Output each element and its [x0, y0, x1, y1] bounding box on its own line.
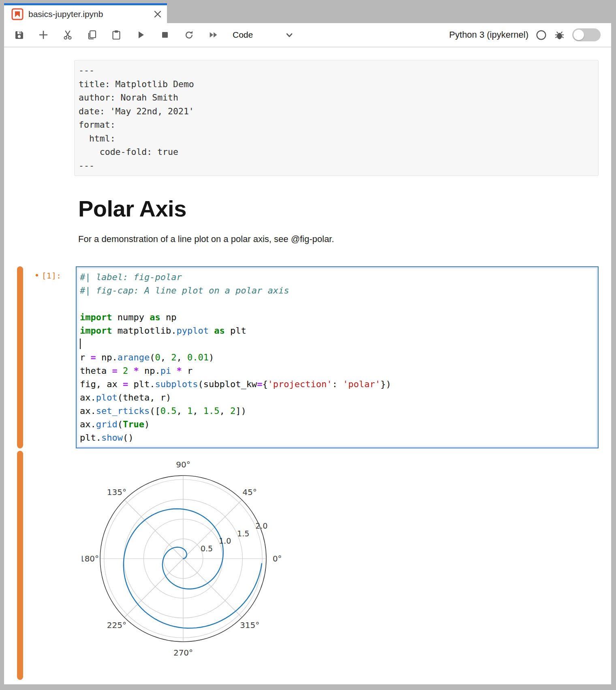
token-txt: () — [123, 433, 134, 443]
code-line — [80, 297, 598, 311]
token-txt: ( — [118, 419, 123, 429]
yaml-line: code-fold: true — [79, 145, 593, 159]
token-txt: }) — [381, 379, 391, 389]
execution-prompt: •[1]: — [4, 270, 61, 281]
token-kw: True — [123, 419, 144, 429]
svg-text:1.5: 1.5 — [237, 529, 249, 538]
yaml-line: title: Matplotlib Demo — [79, 77, 593, 91]
token-str: 'polar' — [343, 379, 381, 389]
token-txt: { — [262, 379, 267, 389]
token-txt: ax. — [80, 419, 96, 429]
cell-type-dropdown[interactable]: Code — [233, 30, 253, 40]
svg-text:0°: 0° — [273, 554, 282, 564]
token-txt: theta — [80, 366, 112, 376]
yaml-line: html: — [79, 132, 593, 146]
modified-dot: • — [34, 270, 40, 281]
svg-text:225°: 225° — [107, 620, 126, 630]
code-line: theta = 2 * np.pi * r — [80, 364, 598, 377]
code-editor[interactable]: #| label: fig-polar#| fig-cap: A line pl… — [76, 266, 599, 448]
token-op: = — [112, 366, 117, 376]
kernel-name[interactable]: Python 3 (ipykernel) — [449, 30, 528, 40]
token-txt — [209, 326, 214, 336]
token-cursor — [80, 339, 81, 349]
code-line — [80, 337, 598, 351]
chevron-down-icon[interactable] — [284, 30, 295, 40]
code-line: import numpy as np — [80, 311, 598, 324]
token-txt: , — [219, 406, 230, 416]
token-kw: import — [80, 326, 112, 336]
token-txt: plt. — [80, 433, 101, 443]
add-cell-button[interactable] — [38, 30, 49, 40]
svg-text:0.5: 0.5 — [201, 544, 213, 553]
token-txt — [171, 366, 176, 376]
svg-text:90°: 90° — [176, 460, 190, 469]
token-txt: ax. — [80, 392, 96, 403]
svg-text:180°: 180° — [82, 554, 99, 564]
token-txt: (theta, r) — [118, 392, 171, 403]
token-txt: np — [160, 312, 177, 322]
code-line: plt.show() — [80, 431, 598, 444]
output-row: 0°45°90°135°180°225°270°315°0.51.01.52.0 — [4, 451, 611, 680]
token-num: 2 — [171, 352, 176, 362]
token-op: * — [176, 366, 182, 376]
token-txt: ([ — [150, 406, 160, 416]
restart-kernel-button[interactable] — [184, 30, 195, 40]
execution-count: [1]: — [42, 271, 61, 281]
svg-text:2.0: 2.0 — [255, 521, 267, 530]
token-txt: ( — [150, 352, 155, 362]
debugger-bug-icon[interactable] — [554, 30, 565, 41]
paste-cells-button[interactable] — [111, 30, 122, 40]
notebook-toolbar: Code Python 3 (ipykernel) — [4, 23, 611, 47]
raw-frontmatter-cell[interactable]: ---title: Matplotlib Demoauthor: Norah S… — [74, 60, 599, 176]
token-kw: as — [214, 326, 225, 336]
token-op: = — [91, 352, 96, 362]
toolbar-toggle-switch[interactable] — [572, 28, 601, 41]
cell-collapser[interactable] — [17, 266, 23, 448]
code-line: ax.grid(True) — [80, 418, 598, 431]
jupyterlab-window: basics-jupyter.ipynb — [4, 3, 611, 684]
interrupt-kernel-button[interactable] — [160, 30, 170, 40]
run-all-cells-button[interactable] — [208, 30, 219, 40]
copy-cells-button[interactable] — [87, 30, 97, 40]
yaml-line: date: 'May 22nd, 2021' — [79, 105, 593, 118]
token-prop: grid — [96, 419, 118, 429]
token-txt: numpy — [112, 312, 150, 322]
token-prop: show — [101, 433, 123, 443]
markdown-paragraph: For a demonstration of a line plot on a … — [78, 234, 334, 244]
code-line: ax.set_rticks([0.5, 1, 1.5, 2]) — [80, 404, 598, 418]
token-txt — [128, 366, 133, 376]
token-prop: pi — [160, 366, 171, 376]
token-num: 2 — [230, 406, 235, 416]
token-txt: np. — [96, 352, 118, 362]
token-op: = — [123, 379, 128, 389]
svg-text:135°: 135° — [107, 487, 126, 497]
code-cell-row: •[1]: #| label: fig-polar#| fig-cap: A l… — [4, 266, 611, 448]
token-prop: set_rticks — [96, 406, 150, 416]
run-cell-button[interactable] — [135, 30, 146, 40]
token-prop: arange — [118, 352, 150, 362]
markdown-heading: Polar Axis — [78, 196, 186, 222]
save-button[interactable] — [14, 30, 24, 40]
token-txt: : — [332, 379, 343, 389]
token-txt: plt. — [128, 379, 155, 389]
cut-cells-button[interactable] — [62, 30, 73, 40]
token-txt: , — [160, 352, 171, 362]
token-num: 0.5 — [160, 406, 177, 416]
yaml-line: format: — [79, 118, 593, 132]
token-prop: pyplot — [176, 326, 208, 336]
token-cmt: #| fig-cap: A line plot on a polar axis — [80, 285, 289, 296]
code-line: import matplotlib.pyplot as plt — [80, 324, 598, 337]
code-line: #| fig-cap: A line plot on a polar axis — [80, 284, 598, 297]
token-txt: plt — [225, 326, 246, 336]
tab-basics-jupyter[interactable]: basics-jupyter.ipynb — [4, 3, 167, 23]
token-num: 2 — [123, 366, 128, 376]
output-collapser[interactable] — [17, 451, 23, 680]
token-txt: r — [182, 366, 193, 376]
svg-text:1.0: 1.0 — [219, 536, 231, 545]
token-num: 1 — [187, 406, 192, 416]
token-str: 'projection' — [268, 379, 332, 389]
notebook-content: ---title: Matplotlib Demoauthor: Norah S… — [4, 47, 611, 684]
toolbar-right-group: Python 3 (ipykernel) — [449, 28, 611, 41]
token-kw: as — [150, 312, 160, 322]
tab-close-icon[interactable] — [153, 10, 162, 19]
